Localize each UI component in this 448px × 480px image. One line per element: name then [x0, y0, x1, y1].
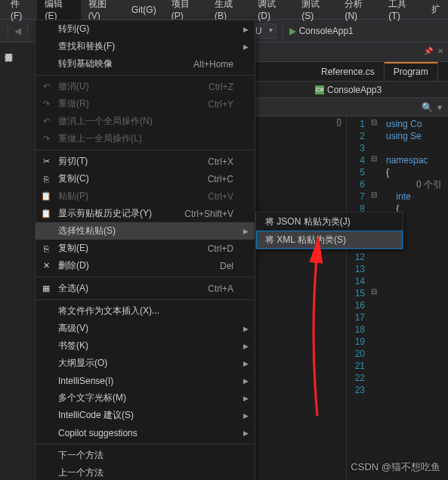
select-all-icon: ▦	[40, 283, 52, 295]
menu-goto[interactable]: 转到(G)▶	[36, 20, 255, 38]
menu-copilot[interactable]: Copilot suggestions▶	[36, 424, 255, 441]
chevron-right-icon: ▶	[243, 325, 249, 333]
menu-ext[interactable]: 扩	[424, 0, 448, 19]
play-icon[interactable]: ▶	[289, 26, 296, 36]
menu-git[interactable]: Git(G)	[124, 2, 164, 18]
menu-undo[interactable]: ↶撤消(U)Ctrl+Z	[36, 78, 255, 95]
menu-clipboard-history[interactable]: 📋显示剪贴板历史记录(Y)Ctrl+Shift+V	[36, 205, 255, 222]
menu-prev-method[interactable]: 上一个方法	[36, 464, 255, 480]
separator	[36, 75, 255, 76]
menu-file[interactable]: 件(F)	[3, 0, 37, 24]
menu-redo[interactable]: ↷重做(R)Ctrl+Y	[36, 95, 255, 113]
chevron-right-icon: ▶	[243, 412, 249, 420]
breadcrumb-project[interactable]: ConsoleApp3	[327, 85, 382, 95]
separator	[36, 299, 255, 300]
duplicate-icon: ⎘	[40, 243, 52, 255]
undo-global-icon: ↶	[40, 116, 52, 128]
menu-next-method[interactable]: 下一个方法	[36, 447, 255, 464]
gutter-brace-icon: {}	[332, 118, 346, 130]
pin-icon[interactable]: 📌	[424, 47, 433, 55]
chevron-right-icon: ▶	[243, 360, 249, 367]
copy-icon: ⎘	[40, 173, 52, 185]
menu-intellisense[interactable]: IntelliSense(I)▶	[36, 372, 255, 389]
line-numbers: 123 456 789 101112 131415 161718 192021 …	[347, 116, 369, 480]
menu-find-replace[interactable]: 查找和替换(F)▶	[36, 38, 255, 55]
menu-duplicate[interactable]: ⎘复制(E)Ctrl+D	[36, 240, 255, 257]
server-explorer-tab[interactable]: 务器资源管	[0, 42, 17, 51]
chevron-right-icon: ▶	[243, 377, 249, 385]
paste-xml-as-class[interactable]: 将 XML 粘贴为类(S)	[256, 231, 403, 249]
menu-cut[interactable]: ✂剪切(T)Ctrl+X	[36, 153, 255, 170]
delete-icon: ✕	[40, 260, 52, 272]
watermark: CSDN @猫不想吃鱼	[351, 460, 440, 474]
undo-icon: ↶	[40, 81, 52, 93]
csharp-project-icon: C#	[315, 85, 324, 94]
paste-special-submenu: 将 JSON 粘贴为类(J) 将 XML 粘贴为类(S)	[255, 212, 403, 249]
separator	[36, 277, 255, 277]
menu-analyze[interactable]: 分析(N)	[337, 0, 381, 24]
menu-outlining[interactable]: 大纲显示(O)▶	[36, 355, 255, 372]
edit-menu-dropdown: 转到(G)▶ 查找和替换(F)▶ 转到基础映像Alt+Home ↶撤消(U)Ct…	[35, 20, 255, 480]
separator	[8, 24, 8, 38]
menu-select-all[interactable]: ▦全选(A)Ctrl+A	[36, 280, 255, 297]
chevron-right-icon: ▶	[243, 342, 249, 350]
cut-icon: ✂	[40, 156, 52, 168]
menu-copy[interactable]: ⎘复制(C)Ctrl+C	[36, 170, 255, 187]
collapse-icon[interactable]: ⊟	[371, 190, 377, 199]
chevron-right-icon: ▶	[243, 429, 249, 437]
menu-redo-global[interactable]: ↷重做上一全局操作(L)	[36, 130, 255, 147]
clipboard-history-icon: 📋	[40, 208, 52, 220]
collapse-icon[interactable]: ⊟	[371, 287, 377, 296]
menu-multicursor[interactable]: 多个文字光标(M)▶	[36, 389, 255, 407]
separator	[283, 24, 283, 38]
menu-bookmark[interactable]: 书签(K)▶	[36, 337, 255, 355]
menu-goto-base[interactable]: 转到基础映像Alt+Home	[36, 55, 255, 73]
menu-paste-special[interactable]: 选择性粘贴(S)▶	[36, 222, 255, 240]
chevron-right-icon: ▶	[243, 26, 249, 33]
redo-global-icon: ↷	[40, 133, 52, 145]
menu-paste[interactable]: 📋粘贴(P)Ctrl+V	[36, 187, 255, 205]
chevron-right-icon: ▶	[243, 43, 249, 51]
paste-icon: 📋	[40, 190, 52, 203]
collapse-icon[interactable]: ⊟	[371, 118, 377, 126]
gutter: {}	[332, 116, 347, 480]
chevron-right-icon: ▶	[243, 395, 249, 402]
outline-column: ⊟ ⊟ ⊟ ⊟	[369, 116, 383, 480]
tab-reference[interactable]: Reference.cs	[312, 62, 385, 81]
separator	[36, 150, 255, 150]
menu-intellicode[interactable]: IntelliCode 建议(S)▶	[36, 407, 255, 424]
collapse-icon[interactable]: ⊟	[371, 154, 377, 163]
close-icon[interactable]: ✕	[437, 47, 443, 55]
redo-icon: ↷	[40, 98, 52, 110]
project-name[interactable]: ConsoleApp1	[299, 26, 354, 36]
paste-json-as-class[interactable]: 将 JSON 粘贴为类(J)	[256, 212, 403, 231]
dropdown-icon[interactable]: ▾	[437, 102, 442, 113]
menu-debug[interactable]: 调试(D)	[250, 0, 294, 24]
nav-back-icon[interactable]: ◀	[14, 26, 21, 36]
menu-insert-file[interactable]: 将文件作为文本插入(X)...	[36, 302, 255, 320]
code-content[interactable]: using Co using Se namespac { 0 个引 inte {	[383, 116, 448, 480]
menu-undo-global[interactable]: ↶撤消上一个全局操作(N)	[36, 113, 255, 130]
search-icon[interactable]: 🔍	[422, 102, 433, 113]
menu-tools[interactable]: 工具(T)	[381, 0, 424, 24]
menu-test[interactable]: 测试(S)	[294, 0, 337, 24]
separator	[36, 444, 255, 444]
menubar: 件(F) 编辑(E) 视图(V) Git(G) 项目(P) 生成(B) 调试(D…	[0, 0, 448, 20]
menu-advanced[interactable]: 高级(V)▶	[36, 320, 255, 337]
menu-delete[interactable]: ✕删除(D)Del	[36, 257, 255, 274]
tab-program[interactable]: Program	[385, 62, 438, 81]
side-tab-panel: 务器资源管	[0, 42, 36, 480]
separator	[27, 24, 28, 38]
chevron-right-icon: ▶	[243, 228, 249, 235]
